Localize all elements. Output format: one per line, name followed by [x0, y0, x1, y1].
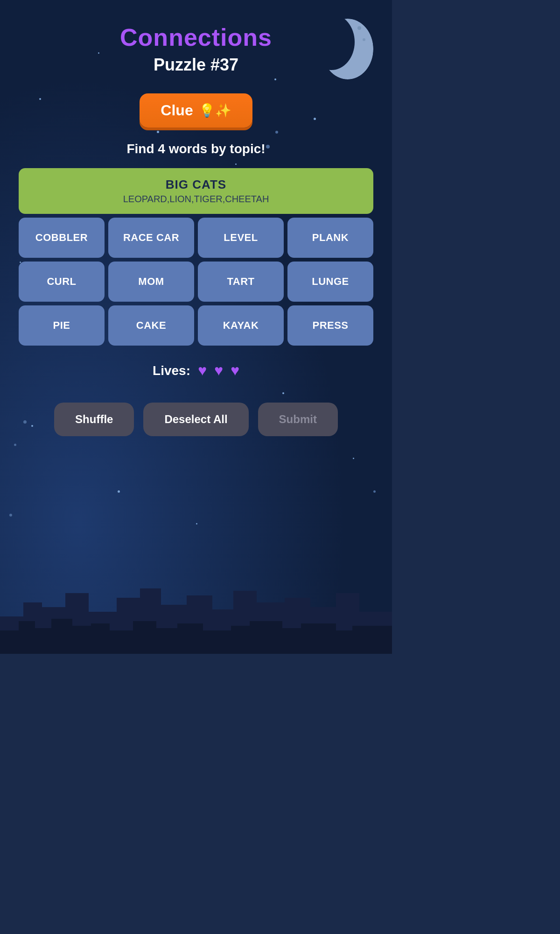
- solved-category-words: LEOPARD,LION,TIGER,CHEETAH: [30, 194, 362, 205]
- tile-text-1: COBBLER: [35, 232, 88, 243]
- tile-text-2: RACE CAR: [123, 232, 179, 243]
- tile-1[interactable]: COBBLER: [19, 218, 105, 258]
- svg-rect-35: [301, 623, 336, 654]
- clue-button-text: Clue: [161, 102, 193, 119]
- dot-decoration: [9, 514, 12, 517]
- svg-rect-37: [352, 626, 392, 654]
- tile-2[interactable]: RACE CAR: [108, 218, 194, 258]
- tile-text-6: MOM: [138, 276, 164, 287]
- tile-text-7: TART: [227, 276, 254, 287]
- lives-label: Lives:: [153, 363, 190, 378]
- tile-4[interactable]: PLANK: [287, 218, 373, 258]
- tile-10[interactable]: CAKE: [108, 305, 194, 346]
- solved-category-name: BIG CATS: [30, 177, 362, 192]
- tile-text-11: KAYAK: [223, 319, 259, 331]
- tile-8[interactable]: LUNGE: [287, 262, 373, 302]
- submit-button[interactable]: Submit: [258, 403, 338, 436]
- main-content: Connections Puzzle #37 Clue 💡✨ Find 4 wo…: [0, 0, 392, 460]
- app-title: Connections: [120, 23, 272, 51]
- instruction-text: Find 4 words by topic!: [126, 142, 265, 156]
- tile-9[interactable]: PIE: [19, 305, 105, 346]
- tile-11[interactable]: KAYAK: [198, 305, 284, 346]
- tile-12[interactable]: PRESS: [287, 305, 373, 346]
- deselect-all-button[interactable]: Deselect All: [143, 403, 248, 436]
- heart-1: ♥: [198, 362, 207, 379]
- puzzle-subtitle: Puzzle #37: [154, 55, 238, 75]
- tile-5[interactable]: CURL: [19, 262, 105, 302]
- tile-text-3: LEVEL: [224, 232, 258, 243]
- dot-decoration: [373, 490, 376, 493]
- svg-rect-31: [198, 630, 236, 654]
- solved-category-row: BIG CATS LEOPARD,LION,TIGER,CHEETAH: [19, 168, 373, 214]
- tile-text-10: CAKE: [136, 319, 166, 331]
- tiles-grid: COBBLERRACE CARLEVELPLANKCURLMOMTARTLUNG…: [19, 218, 373, 346]
- tile-6[interactable]: MOM: [108, 262, 194, 302]
- bottom-buttons: Shuffle Deselect All Submit: [54, 403, 338, 436]
- tile-7[interactable]: TART: [198, 262, 284, 302]
- lightbulb-icon: 💡✨: [199, 103, 231, 118]
- tile-text-8: LUNGE: [312, 276, 349, 287]
- city-silhouette: [0, 560, 392, 654]
- svg-rect-27: [105, 630, 138, 654]
- svg-rect-33: [250, 621, 282, 654]
- lives-row: Lives: ♥ ♥ ♥: [153, 362, 239, 379]
- heart-3: ♥: [231, 362, 239, 379]
- heart-2: ♥: [214, 362, 223, 379]
- tile-text-4: PLANK: [312, 232, 349, 243]
- tile-text-5: CURL: [47, 276, 76, 287]
- tile-text-9: PIE: [53, 319, 70, 331]
- game-grid: BIG CATS LEOPARD,LION,TIGER,CHEETAH COBB…: [19, 168, 373, 346]
- clue-button[interactable]: Clue 💡✨: [140, 93, 252, 127]
- tile-3[interactable]: LEVEL: [198, 218, 284, 258]
- shuffle-button[interactable]: Shuffle: [54, 403, 134, 436]
- tile-text-12: PRESS: [312, 319, 348, 331]
